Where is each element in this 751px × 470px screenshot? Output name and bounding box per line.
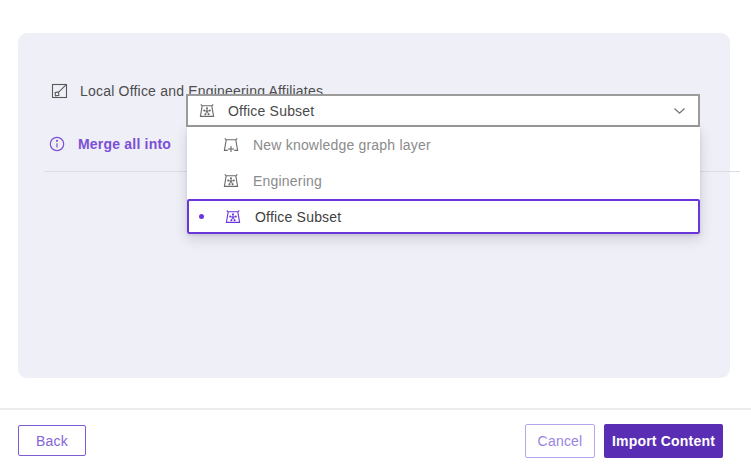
- dropdown-option-label: Office Subset: [255, 209, 341, 225]
- select-value: Office Subset: [228, 103, 673, 119]
- dropdown-option-enginering[interactable]: Enginering: [187, 163, 700, 199]
- merge-row: Merge all into: [49, 127, 171, 160]
- merge-target-select[interactable]: Office Subset: [186, 94, 700, 127]
- import-content-button[interactable]: Import Content: [604, 424, 723, 458]
- footer-divider: [0, 408, 751, 410]
- chevron-down-icon: [673, 107, 686, 115]
- info-icon[interactable]: [49, 136, 65, 152]
- sketch-layer-icon: [51, 83, 68, 99]
- knowledge-graph-layer-icon: [222, 173, 240, 189]
- merge-target-dropdown: New knowledge graph layer Enginering: [187, 127, 700, 234]
- merge-all-into-label: Merge all into: [78, 136, 171, 152]
- dropdown-option-label: Enginering: [253, 173, 322, 189]
- knowledge-graph-layer-icon: [198, 103, 216, 119]
- selected-bullet: [199, 214, 204, 219]
- dropdown-option-office-subset[interactable]: Office Subset: [187, 199, 700, 234]
- cancel-button[interactable]: Cancel: [525, 424, 595, 458]
- back-button[interactable]: Back: [18, 425, 86, 456]
- new-knowledge-graph-layer-icon: [222, 137, 240, 153]
- dropdown-option-new-layer[interactable]: New knowledge graph layer: [187, 127, 700, 163]
- knowledge-graph-layer-icon: [224, 209, 242, 225]
- dropdown-option-label: New knowledge graph layer: [253, 137, 431, 153]
